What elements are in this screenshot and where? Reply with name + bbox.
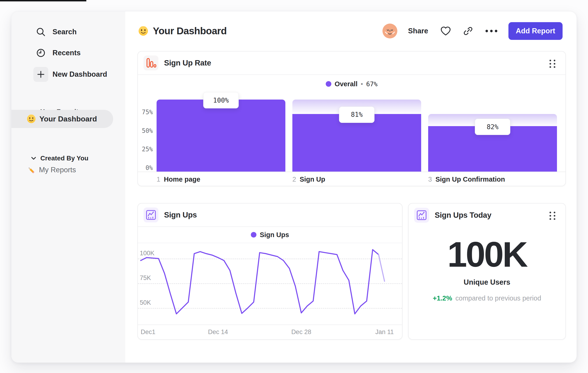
funnel-chart-icon <box>144 55 158 71</box>
line-legend: Sign Ups <box>138 227 402 243</box>
x-axis-baseline <box>138 171 565 172</box>
legend-separator: • <box>361 81 363 88</box>
sign-up-rate-card: Sign Up Rate Overall • 67% 75% 50% 25% 0… <box>137 51 566 186</box>
funnel-fill <box>157 100 285 171</box>
share-button[interactable]: Share <box>408 27 428 35</box>
legend-dot <box>326 81 331 87</box>
sidebar-item-recents[interactable]: Recents <box>11 45 125 60</box>
funnel-value-tooltip: 100% <box>203 92 239 108</box>
sidebar-item-label: Recents <box>52 49 81 57</box>
smiley-emoji <box>138 26 148 36</box>
sidebar-item-my-reports[interactable]: My Reports <box>11 162 125 177</box>
funnel-value-tooltip: 81% <box>339 107 375 123</box>
line-chart-icon <box>144 208 158 222</box>
legend-dot <box>251 232 256 238</box>
legend-label: Overall <box>335 80 357 88</box>
search-icon <box>33 24 48 40</box>
header-actions: Share Add Report <box>382 22 563 40</box>
sidebar-section-label: Created By You <box>40 155 88 162</box>
dashboard-header: Your Dashboard Share <box>125 21 577 41</box>
drag-handle-icon[interactable] <box>548 59 557 69</box>
user-avatar[interactable] <box>382 24 397 39</box>
x-axis-tick: Jan 11 <box>375 328 394 336</box>
card-header: Sign Ups Today <box>409 203 565 227</box>
funnel-step-bar[interactable]: 100% 1 Home page <box>157 93 285 186</box>
y-axis-tick: 0% <box>138 164 153 171</box>
clock-icon <box>33 45 48 60</box>
x-axis-tick: Dec1 <box>141 328 155 336</box>
sidebar-item-label: Your Dashboard <box>39 115 97 123</box>
app-window: Search Recents New Dashboard <box>11 11 577 363</box>
funnel-step-label: 1 Home page <box>157 176 200 183</box>
kpi-label: Unique Users <box>464 278 510 286</box>
sidebar-item-search[interactable]: Search <box>11 24 125 40</box>
card-title: Sign Ups <box>164 211 197 219</box>
sidebar-item-your-dashboard-selected[interactable]: Your Dashboard <box>11 110 113 128</box>
kpi-body: 100K Unique Users +1.2% compared to prev… <box>409 227 565 302</box>
funnel-step-label: 3 Sign Up Confirmation <box>428 176 505 183</box>
sidebar-item-label: Search <box>52 28 76 36</box>
pencil-emoji <box>26 165 36 175</box>
chevron-down-icon <box>31 157 36 160</box>
kpi-value: 100K <box>447 237 526 272</box>
card-title: Sign Ups Today <box>435 211 491 220</box>
sign-ups-card: Sign Ups Sign Ups 100K 75K 50K Dec1 Dec … <box>137 203 402 340</box>
copy-link-icon[interactable] <box>463 26 473 36</box>
smiley-emoji <box>27 114 36 123</box>
kpi-delta-value: +1.2% <box>433 294 452 302</box>
sidebar: Search Recents New Dashboard <box>11 11 125 363</box>
x-axis-tick: Dec 14 <box>208 328 228 336</box>
x-axis-tick: Dec 28 <box>291 328 311 336</box>
plus-icon <box>33 67 48 82</box>
y-axis-tick: 50% <box>138 127 153 134</box>
funnel-step-label: 2 Sign Up <box>292 176 325 183</box>
card-header: Sign Up Rate <box>138 51 565 75</box>
funnel-chart: 75% 50% 25% 0% 100% 1 Home page 81% <box>138 93 565 186</box>
sidebar-item-new-dashboard[interactable]: New Dashboard <box>11 66 125 82</box>
x-axis-baseline <box>138 324 402 325</box>
line-series <box>138 245 402 325</box>
drag-handle-icon[interactable] <box>548 211 557 221</box>
line-chart-icon <box>414 208 429 223</box>
x-axis-labels: Dec1 Dec 14 Dec 28 Jan 11 <box>138 328 402 338</box>
card-title: Sign Up Rate <box>164 59 211 67</box>
favorite-heart-icon[interactable] <box>440 26 451 36</box>
funnel-legend: Overall • 67% <box>138 75 565 93</box>
funnel-value-tooltip: 82% <box>475 119 510 135</box>
page-title: Your Dashboard <box>153 25 227 37</box>
funnel-step-bar[interactable]: 82% 3 Sign Up Confirmation <box>428 93 557 186</box>
legend-value: 67% <box>366 81 378 88</box>
funnel-step-bar[interactable]: 81% 2 Sign Up <box>292 93 421 186</box>
browser-edge-strip <box>0 0 86 1</box>
sidebar-item-label: New Dashboard <box>52 70 107 79</box>
sidebar-item-label: My Reports <box>39 166 76 174</box>
kpi-delta-note: compared to previous period <box>455 294 541 302</box>
more-options-icon[interactable] <box>485 29 498 33</box>
sign-ups-today-card: Sign Ups Today 100K Unique Users +1.2% c… <box>408 203 566 340</box>
kpi-delta-row: +1.2% compared to previous period <box>433 294 541 302</box>
y-axis-tick: 75% <box>138 109 153 116</box>
card-header: Sign Ups <box>138 203 402 227</box>
line-chart: 100K 75K 50K Dec1 Dec 14 Dec 28 Jan 11 <box>138 245 402 338</box>
y-axis-tick: 25% <box>138 146 153 153</box>
add-report-button[interactable]: Add Report <box>508 22 563 40</box>
legend-label: Sign Ups <box>260 231 289 239</box>
